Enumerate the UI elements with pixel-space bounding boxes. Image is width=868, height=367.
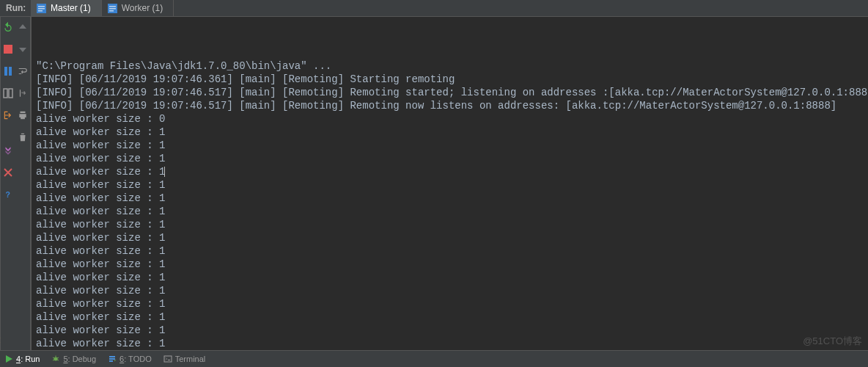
svg-rect-9 (4, 67, 7, 76)
console-line: alive worker size : 1 (36, 139, 868, 152)
console-line: alive worker size : 1 (36, 324, 868, 337)
console-line: alive worker size : 1 (36, 271, 868, 284)
console-line: alive worker size : 1 (36, 231, 868, 244)
svg-rect-15 (164, 356, 172, 362)
star-icon (0, 336, 1, 344)
console-line: alive worker size : 1 (36, 284, 868, 297)
run-config-icon (37, 4, 46, 13)
scroll-end-button[interactable] (15, 86, 30, 101)
run-config-icon (108, 4, 117, 13)
close-button[interactable] (1, 165, 15, 180)
svg-rect-3 (38, 10, 43, 12)
tab-label: Worker (1) (122, 3, 163, 13)
statusbar-todo[interactable]: 6: TODO (108, 355, 152, 363)
svg-rect-8 (4, 45, 12, 54)
svg-rect-2 (38, 8, 45, 10)
svg-point-14 (54, 357, 58, 361)
svg-rect-6 (109, 8, 116, 10)
console-line: alive worker size : 1 (36, 297, 868, 310)
console-line: alive worker size : 1 (36, 192, 868, 205)
tab-worker[interactable]: Worker (1) (102, 0, 174, 16)
console-line: alive worker size : 1 (36, 126, 868, 139)
run-tool-column-2 (15, 17, 31, 350)
favorites-label: 2: Favorites (0, 291, 1, 333)
svg-rect-11 (4, 89, 7, 98)
console-output[interactable]: "C:\Program Files\Java\jdk1.7.0_80\bin\j… (32, 17, 868, 350)
layout-button[interactable] (1, 86, 15, 101)
svg-rect-12 (9, 89, 12, 98)
soft-wrap-button[interactable] (15, 64, 30, 79)
statusbar-run[interactable]: 4: Run (4, 355, 40, 363)
clear-button[interactable] (15, 130, 30, 145)
tab-master[interactable]: Master (1) (31, 0, 102, 16)
console-line: alive worker size : 1 (36, 205, 868, 218)
console-line: alive worker size : 1 (36, 310, 868, 324)
svg-rect-5 (109, 6, 116, 7)
favorites-stripe[interactable]: 2: Favorites (0, 17, 1, 350)
run-tool-column-1: ? (1, 17, 15, 350)
svg-rect-1 (38, 6, 45, 7)
console-line: [INFO] [06/11/2019 19:07:46.361] [main] … (36, 73, 868, 86)
statusbar-terminal[interactable]: Terminal (163, 355, 206, 363)
console-line: [INFO] [06/11/2019 19:07:46.517] [main] … (36, 86, 868, 99)
bottom-tool-bar: 4: Run 5: Debug 6: TODO Terminal (0, 350, 868, 367)
run-tab-bar: Run: Master (1) Wor (0, 0, 868, 17)
up-button[interactable] (15, 20, 30, 34)
panel-title: Run: (3, 0, 31, 16)
console-line: alive worker size : 0 (36, 112, 868, 126)
todo-icon (108, 355, 117, 363)
tab-label: Master (1) (51, 3, 91, 13)
down-button[interactable] (15, 42, 30, 57)
console-line: alive worker size : 1 (36, 218, 868, 231)
rerun-button[interactable] (1, 20, 15, 34)
stop-button[interactable] (1, 42, 15, 57)
console-line: alive worker size : 1 (36, 165, 868, 178)
console-line: alive worker size : 1 (36, 244, 868, 258)
svg-text:?: ? (6, 190, 10, 199)
bug-icon (51, 355, 60, 363)
console-line: "C:\Program Files\Java\jdk1.7.0_80\bin\j… (36, 59, 868, 73)
console-line: alive worker size : 1 (36, 178, 868, 192)
help-button[interactable]: ? (1, 187, 15, 202)
terminal-icon (163, 355, 172, 363)
pause-button[interactable] (1, 64, 15, 79)
svg-rect-7 (109, 10, 114, 12)
play-icon (4, 355, 13, 363)
statusbar-debug[interactable]: 5: Debug (51, 355, 96, 363)
console-line: alive worker size : 1 (36, 337, 868, 350)
exit-button[interactable] (1, 108, 15, 123)
console-line: alive worker size : 1 (36, 258, 868, 271)
print-button[interactable] (15, 108, 30, 123)
console-panel: "C:\Program Files\Java\jdk1.7.0_80\bin\j… (31, 17, 868, 350)
svg-rect-10 (9, 67, 12, 76)
console-line: alive worker size : 1 (36, 152, 868, 165)
dump-threads-button[interactable] (1, 143, 15, 158)
console-line: [INFO] [06/11/2019 19:07:46.517] [main] … (36, 99, 868, 112)
